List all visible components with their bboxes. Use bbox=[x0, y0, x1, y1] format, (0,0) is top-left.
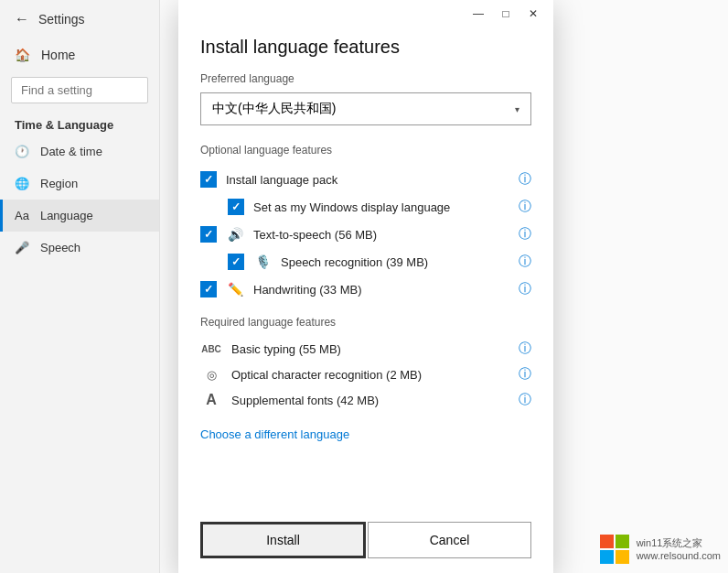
sidebar-item-speech[interactable]: 🎤 Speech bbox=[0, 232, 159, 264]
info-icon-language-pack[interactable]: ⓘ bbox=[519, 171, 531, 188]
sidebar-section: Time & Language bbox=[0, 109, 159, 135]
region-label: Region bbox=[40, 177, 78, 190]
maximize-button[interactable]: □ bbox=[493, 4, 519, 24]
install-button[interactable]: Install bbox=[200, 522, 366, 558]
checkbox-tts[interactable]: ✓ bbox=[200, 226, 217, 243]
checkbox-handwriting[interactable]: ✓ bbox=[200, 281, 217, 297]
checkbox-language-pack[interactable]: ✓ bbox=[200, 171, 217, 188]
supplemental-fonts-icon: A bbox=[200, 392, 222, 408]
minimize-button[interactable]: — bbox=[466, 4, 491, 24]
modal-titlebar: — □ ✕ bbox=[178, 0, 553, 27]
back-button[interactable]: ← bbox=[15, 11, 29, 27]
date-time-icon: 🕐 bbox=[15, 145, 29, 158]
req-row-basic-typing: ABC Basic typing (55 MB) ⓘ bbox=[200, 336, 531, 362]
win11-logo-icon bbox=[598, 533, 631, 566]
supplemental-fonts-label: Supplemental fonts (42 MB) bbox=[231, 394, 509, 407]
checkbox-display-language[interactable]: ✓ bbox=[228, 199, 244, 215]
modal-title: Install language features bbox=[200, 37, 531, 58]
preferred-language-dropdown[interactable]: 中文(中华人民共和国) ▾ bbox=[200, 92, 531, 125]
feature-row-display-language: ✓ Set as my Windows display language ⓘ bbox=[200, 193, 531, 221]
req-row-supplemental-fonts: A Supplemental fonts (42 MB) ⓘ bbox=[200, 387, 531, 413]
sidebar-item-language[interactable]: Aa Language bbox=[0, 200, 159, 232]
speech-rec-label: Speech recognition (39 MB) bbox=[281, 255, 509, 269]
sidebar-title: Settings bbox=[38, 12, 85, 27]
modal-body: Install language features Preferred lang… bbox=[178, 27, 553, 514]
watermark-text: win11系统之家www.relsound.com bbox=[637, 536, 721, 563]
modal-footer: Install Cancel bbox=[178, 514, 553, 573]
speech-icon: 🎤 bbox=[15, 241, 29, 254]
feature-row-tts: ✓ 🔊 Text-to-speech (56 MB) ⓘ bbox=[200, 221, 531, 248]
chevron-down-icon: ▾ bbox=[515, 104, 519, 114]
sidebar: ← Settings 🏠 Home Time & Language 🕐 Date… bbox=[0, 0, 160, 573]
sidebar-header: ← Settings bbox=[0, 0, 159, 38]
info-icon-basic-typing[interactable]: ⓘ bbox=[519, 341, 531, 357]
speech-rec-icon: 🎙️ bbox=[253, 254, 272, 269]
info-icon-ocr[interactable]: ⓘ bbox=[519, 366, 531, 383]
optional-features-label: Optional language features bbox=[200, 144, 531, 157]
svg-rect-0 bbox=[600, 535, 614, 548]
region-icon: 🌐 bbox=[15, 177, 29, 190]
sidebar-item-region[interactable]: 🌐 Region bbox=[0, 168, 159, 200]
handwriting-label: Handwriting (33 MB) bbox=[253, 283, 509, 297]
ocr-icon: ◎ bbox=[200, 368, 222, 382]
date-time-label: Date & time bbox=[40, 145, 102, 158]
display-language-label: Set as my Windows display language bbox=[253, 200, 509, 214]
install-language-modal: — □ ✕ Install language features Preferre… bbox=[178, 0, 553, 573]
close-button[interactable]: ✕ bbox=[520, 4, 546, 24]
language-label: Language bbox=[40, 209, 93, 222]
choose-different-language-link[interactable]: Choose a different language bbox=[200, 427, 349, 441]
language-icon: Aa bbox=[15, 209, 29, 222]
svg-rect-2 bbox=[600, 550, 614, 564]
speech-label: Speech bbox=[40, 241, 80, 254]
basic-typing-label: Basic typing (55 MB) bbox=[231, 342, 509, 356]
home-label: Home bbox=[41, 48, 75, 62]
main-area: ...er will appear in this ...uage in the… bbox=[160, 0, 728, 573]
info-icon-handwriting[interactable]: ⓘ bbox=[519, 281, 531, 297]
info-icon-display-language[interactable]: ⓘ bbox=[519, 199, 531, 215]
svg-rect-3 bbox=[616, 550, 629, 564]
tts-icon: 🔊 bbox=[226, 227, 244, 242]
checkbox-speech-rec[interactable]: ✓ bbox=[228, 254, 244, 270]
required-features-label: Required language features bbox=[200, 316, 531, 329]
language-pack-label: Install language pack bbox=[226, 173, 509, 187]
cancel-button[interactable]: Cancel bbox=[368, 522, 531, 558]
watermark: win11系统之家www.relsound.com bbox=[598, 533, 721, 566]
feature-row-handwriting: ✓ ✏️ Handwriting (33 MB) ⓘ bbox=[200, 276, 531, 303]
preferred-value: 中文(中华人民共和国) bbox=[212, 101, 336, 117]
sidebar-item-home[interactable]: 🏠 Home bbox=[0, 38, 159, 71]
req-row-ocr: ◎ Optical character recognition (2 MB) ⓘ bbox=[200, 362, 531, 387]
info-icon-speech-rec[interactable]: ⓘ bbox=[519, 254, 531, 270]
tts-label: Text-to-speech (56 MB) bbox=[253, 228, 509, 242]
feature-row-language-pack: ✓ Install language pack ⓘ bbox=[200, 166, 531, 193]
home-icon: 🏠 bbox=[15, 48, 30, 62]
info-icon-tts[interactable]: ⓘ bbox=[519, 226, 531, 243]
handwriting-icon: ✏️ bbox=[226, 282, 244, 297]
search-input[interactable] bbox=[11, 77, 148, 103]
svg-rect-1 bbox=[616, 535, 629, 548]
feature-row-speech-rec: ✓ 🎙️ Speech recognition (39 MB) ⓘ bbox=[200, 248, 531, 276]
ocr-label: Optical character recognition (2 MB) bbox=[231, 368, 509, 382]
basic-typing-icon: ABC bbox=[200, 344, 222, 354]
preferred-label: Preferred language bbox=[200, 72, 531, 85]
sidebar-item-date-time[interactable]: 🕐 Date & time bbox=[0, 135, 159, 168]
info-icon-supplemental-fonts[interactable]: ⓘ bbox=[519, 392, 531, 408]
